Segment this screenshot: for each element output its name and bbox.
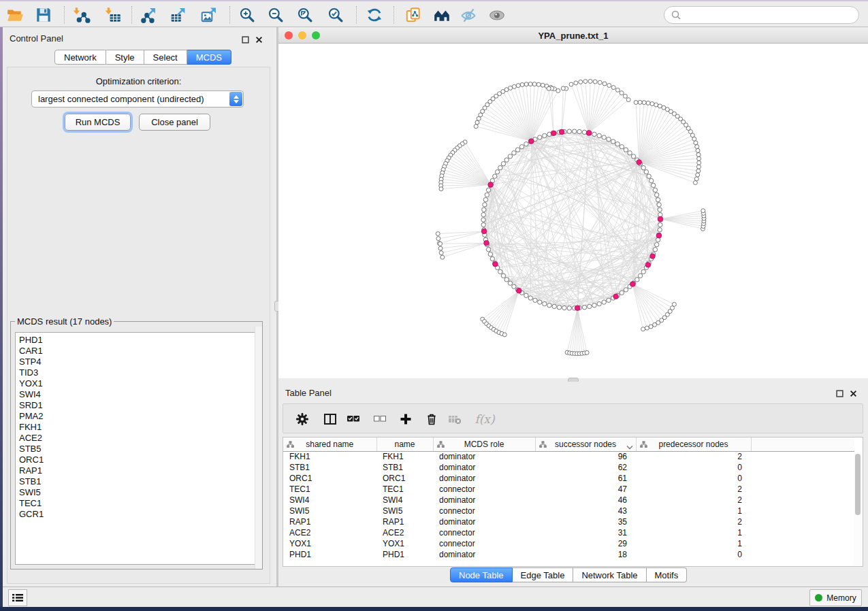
tab-network[interactable]: Network	[54, 50, 106, 65]
table-cell[interactable]: 96	[535, 451, 636, 462]
table-cell[interactable]: 62	[535, 462, 636, 473]
tab-node-table[interactable]: Node Table	[450, 567, 513, 582]
table-cell[interactable]: 0	[636, 462, 751, 473]
table-cell[interactable]: 29	[535, 538, 636, 549]
table-cell[interactable]: connector	[433, 506, 535, 516]
open-file-button[interactable]	[3, 4, 27, 26]
tab-mcds[interactable]: MCDS	[187, 50, 231, 65]
table-cell[interactable]: SWI4	[283, 495, 376, 506]
mcds-result-list[interactable]: PHD1CAR1STP4TID3YOX1SWI4SRD1PMA2FKH1ACE2…	[15, 332, 258, 565]
column-header[interactable]: shared name	[283, 437, 376, 451]
criterion-select[interactable]: largest connected component (undirected)	[31, 90, 244, 108]
search-box[interactable]	[664, 6, 859, 24]
close-panel-icon[interactable]	[850, 388, 857, 395]
table-row[interactable]: ACE2ACE2connector311	[283, 527, 854, 538]
table-cell[interactable]: 0	[636, 473, 751, 484]
table-cell[interactable]: SWI4	[376, 495, 433, 506]
table-cell[interactable]: 2	[636, 484, 751, 495]
table-cell[interactable]: ACE2	[376, 527, 433, 538]
table-cell[interactable]: SWI5	[283, 506, 376, 516]
sort-icon[interactable]	[626, 442, 633, 452]
column-header[interactable]: name	[376, 437, 433, 451]
apply-layout-button[interactable]	[363, 4, 386, 26]
zoom-selected-button[interactable]	[324, 4, 347, 26]
table-row[interactable]: TEC1TEC1connector472	[283, 484, 854, 495]
table-cell[interactable]: dominator	[433, 462, 535, 473]
first-neighbors-button[interactable]	[430, 4, 453, 26]
deselect-all-icon[interactable]	[372, 412, 387, 427]
network-window-titlebar[interactable]: YPA_prune.txt_1	[278, 27, 868, 44]
table-cell[interactable]: 31	[535, 527, 636, 538]
table-cell[interactable]: 0	[636, 549, 751, 560]
table-cell[interactable]: RAP1	[283, 516, 376, 527]
table-cell[interactable]: 47	[535, 484, 636, 495]
float-panel-icon[interactable]	[836, 388, 843, 395]
save-session-button[interactable]	[32, 4, 55, 26]
table-cell[interactable]: FKH1	[376, 451, 433, 462]
table-cell[interactable]: 46	[535, 495, 636, 506]
close-panel-icon[interactable]	[255, 34, 263, 42]
add-column-icon[interactable]	[398, 412, 413, 427]
table-row[interactable]: YOX1YOX1connector291	[283, 538, 854, 549]
table-cell[interactable]: 2	[636, 451, 751, 462]
graph-nodes[interactable]	[436, 80, 706, 356]
table-cell[interactable]: YOX1	[376, 538, 433, 549]
table-row[interactable]: PHD1PHD1dominator180	[283, 549, 854, 560]
import-network-button[interactable]	[70, 4, 93, 26]
column-header[interactable]: successor nodes	[535, 437, 636, 451]
column-header[interactable]: MCDS role	[433, 437, 535, 451]
table-cell[interactable]: 2	[636, 516, 751, 527]
clone-network-button[interactable]	[402, 4, 425, 26]
table-cell[interactable]: dominator	[433, 495, 535, 506]
table-cell[interactable]: STB1	[376, 462, 433, 473]
column-header[interactable]: predecessor nodes	[636, 437, 751, 451]
gear-icon[interactable]	[295, 412, 310, 427]
table-cell[interactable]: connector	[433, 538, 535, 549]
table-cell[interactable]: FKH1	[283, 451, 376, 462]
tab-motifs[interactable]: Motifs	[647, 567, 688, 582]
table-cell[interactable]: dominator	[433, 549, 535, 560]
table-row[interactable]: SWI4SWI4dominator462	[283, 495, 854, 506]
export-network-button[interactable]	[137, 4, 160, 26]
table-cell[interactable]: connector	[433, 484, 535, 495]
network-graph[interactable]	[278, 44, 868, 378]
table-cell[interactable]: PHD1	[376, 549, 433, 560]
table-cell[interactable]: 1	[636, 538, 751, 549]
select-all-icon[interactable]	[346, 412, 361, 427]
table-cell[interactable]: dominator	[433, 516, 535, 527]
zoom-in-button[interactable]	[236, 4, 259, 26]
table-cell[interactable]: 35	[535, 516, 636, 527]
table-cell[interactable]: 1	[636, 506, 751, 516]
task-history-button[interactable]	[8, 589, 27, 606]
table-cell[interactable]: dominator	[433, 451, 535, 462]
show-all-button[interactable]	[485, 4, 509, 26]
table-row[interactable]: ORC1ORC1dominator610	[283, 473, 854, 484]
search-input[interactable]	[681, 8, 858, 22]
float-panel-icon[interactable]	[242, 34, 249, 42]
table-scrollbar[interactable]	[854, 452, 862, 565]
table-cell[interactable]: ORC1	[283, 473, 376, 484]
hide-selected-button[interactable]	[457, 4, 480, 26]
table-cell[interactable]: RAP1	[376, 516, 433, 527]
scrollbar-thumb[interactable]	[855, 454, 861, 515]
table-cell[interactable]: TEC1	[376, 484, 433, 495]
table-cell[interactable]: 43	[535, 506, 636, 516]
delete-column-icon[interactable]	[424, 412, 439, 427]
import-table-button[interactable]	[102, 4, 125, 26]
export-table-button[interactable]	[167, 4, 190, 26]
columns-icon[interactable]	[323, 412, 338, 427]
export-image-button[interactable]	[197, 4, 221, 26]
table-cell[interactable]: ACE2	[283, 527, 376, 538]
table-cell[interactable]: SWI5	[376, 506, 433, 516]
table-cell[interactable]: ORC1	[376, 473, 433, 484]
zoom-out-button[interactable]	[264, 4, 287, 26]
table-cell[interactable]: STB1	[283, 462, 376, 473]
table-row[interactable]: SWI5SWI5connector431	[283, 506, 854, 516]
table-cell[interactable]: PHD1	[283, 549, 376, 560]
table-cell[interactable]: TEC1	[283, 484, 376, 495]
table-cell[interactable]: 1	[636, 527, 751, 538]
table-cell[interactable]: 61	[535, 473, 636, 484]
mcds-scrollbar[interactable]	[255, 327, 262, 569]
tab-network-table[interactable]: Network Table	[573, 567, 646, 582]
table-cell[interactable]: 18	[535, 549, 636, 560]
